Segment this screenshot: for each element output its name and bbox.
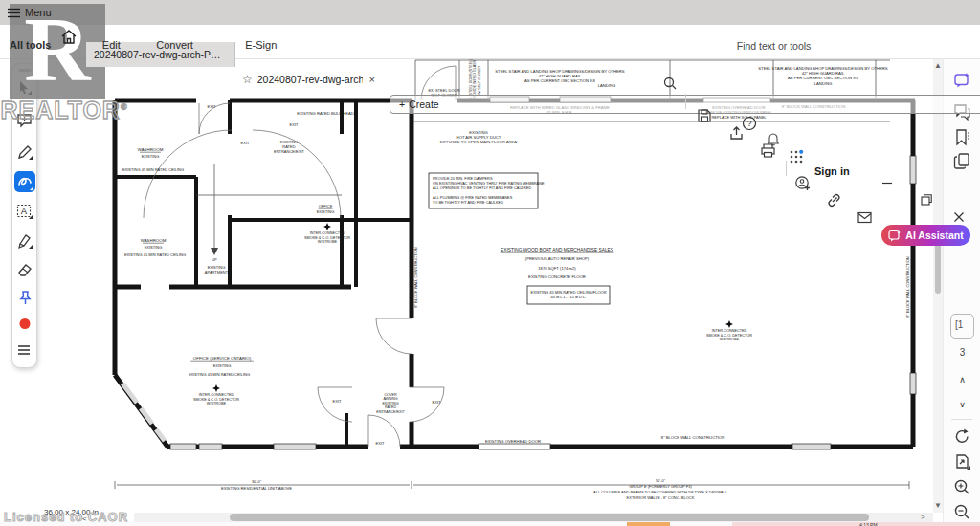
drawing-label: (PREVIOUS AUTO REPAIR SHOP) — [525, 256, 590, 261]
drawing-label: UP — [212, 257, 217, 262]
drawing-label: EXISTING 45 MIN RATED CEILING — [122, 167, 184, 172]
highlight-tool[interactable] — [16, 232, 33, 250]
palette-drag-handle[interactable] — [18, 69, 31, 72]
home-button[interactable] — [60, 29, 79, 46]
drawing-label: COVERAWNINGEXISTINGRATEDENTRANCE/EXIT — [376, 393, 405, 414]
page-size-label: 36.00 x 24.00 in — [44, 508, 99, 516]
next-page-icon[interactable]: ∨ — [944, 400, 980, 409]
pin-tool[interactable] — [16, 290, 33, 307]
drawing-label: EXISTING — [142, 154, 160, 159]
star-icon[interactable]: ☆ — [242, 73, 253, 86]
drawing-label: EXIT — [290, 122, 299, 127]
drawing-label: EXIT — [241, 141, 250, 145]
draw-tool[interactable] — [14, 171, 35, 192]
taskbar-sliver: 4:13 PM — [0, 522, 980, 526]
sign-in-button[interactable]: Sign in — [814, 165, 980, 177]
add-text-tool[interactable]: A — [16, 203, 33, 220]
app-grid-icon[interactable] — [789, 148, 805, 164]
scroll-right-icon[interactable]: > — [921, 513, 925, 521]
drawing-label: WASHROOM — [141, 238, 167, 243]
drawing-label: OFFICE (SERVICE ONTARIO) — [193, 356, 252, 361]
home-icon — [60, 29, 78, 45]
drawing-label: EXISTING OVERHEAD DOOR — [485, 439, 541, 444]
drawing-label: STEEL STAIR AND LANDING SHOP DRAWINGS/DE… — [758, 66, 888, 86]
document-canvas[interactable]: 110'-0" X 70'-0"STEEL STAIR AND LANDING … — [0, 59, 933, 513]
drawing-label: EXISTINGRATEDENTRANCE/EXIT — [274, 140, 305, 154]
drawing-label: EXISTING 45 MIN RATED CEILING/FLOOR40 lb… — [530, 290, 606, 299]
smoke-detector-symbol — [212, 384, 220, 392]
record-dot-tool[interactable] — [19, 318, 30, 329]
menu-convert[interactable]: Convert — [156, 39, 193, 51]
find-text-button[interactable]: Find text or tools — [737, 40, 812, 52]
menu-all-tools[interactable]: All tools — [10, 39, 51, 51]
more-menu-icon[interactable] — [16, 343, 33, 361]
ai-assistant-button[interactable]: AI Assistant — [881, 225, 970, 246]
drawing-label: EXISTING — [145, 245, 163, 250]
tab-document-2[interactable]: ☆ 20240807-rev-dwg-arch... × — [236, 67, 383, 92]
drawing-label: EXISTING CONCRETE FLOOR — [528, 274, 586, 279]
ai-sparkle-icon — [888, 230, 901, 242]
drawing-label: EXISTING RESIDENTIAL UNIT ABOVE — [221, 486, 292, 491]
page-number-box[interactable]: [1 — [950, 314, 974, 339]
smoke-detector-symbol — [323, 223, 331, 230]
drawing-label: EXISTING WOOD BOAT AND MERCHANDISE SALES — [501, 248, 613, 252]
drawing-label: GROUP E (FORMERLY GROUP F3) — [629, 484, 692, 489]
vertical-scrollbar[interactable]: ▲ ▼ — [933, 59, 943, 513]
titlebar: Menu 20240807-rev-dwg-arch-PRBD2... ☆ 20… — [0, 0, 980, 25]
horizontal-scrollbar[interactable]: > — [134, 513, 933, 522]
zoom-out-icon[interactable] — [953, 503, 971, 521]
restore-icon[interactable] — [919, 192, 936, 209]
menu-esign[interactable]: E-Sign — [245, 39, 277, 51]
drawing-label: 50'-0" — [656, 478, 666, 483]
drawing-label: EXISTING — [317, 209, 335, 214]
drawing-label: ALL COLUMNS AND BEAMS TO BE COVERED WITH… — [593, 490, 728, 494]
share-icon[interactable] — [728, 125, 746, 142]
print-icon[interactable] — [760, 142, 777, 160]
export-icon[interactable] — [953, 453, 971, 471]
floorplan-drawing: 110'-0" X 70'-0"STEEL STAIR AND LANDING … — [0, 59, 933, 513]
drawing-label: LANDING — [598, 83, 616, 88]
bookmarks-icon[interactable] — [953, 128, 971, 146]
ai-assistant-label: AI Assistant — [905, 230, 963, 241]
comment-tool[interactable] — [16, 112, 33, 129]
drawing-label: EXIT — [333, 399, 342, 404]
save-icon[interactable] — [697, 108, 714, 125]
taskbar-time: 4:13 PM — [859, 522, 878, 526]
drawing-label: INTER-CONNECTEDSMOKE & C.O. DETECTORW/ST… — [193, 393, 239, 405]
zoom-in-icon[interactable] — [953, 478, 971, 496]
pen-tool[interactable] — [16, 143, 33, 161]
scroll-down-icon[interactable]: ▼ — [933, 501, 943, 510]
palette-divider — [17, 252, 32, 252]
link-icon[interactable] — [826, 192, 843, 209]
email-icon[interactable] — [857, 209, 874, 227]
ai-assistant-icon[interactable] — [953, 72, 971, 90]
drawing-label: EXISTING 45 MIN RATED CEILING — [189, 372, 250, 377]
svg-text:?: ? — [747, 119, 752, 128]
smoke-detector-symbol — [725, 320, 733, 328]
menu-label: Menu — [25, 7, 52, 18]
horizontal-scroll-thumb[interactable] — [230, 514, 869, 521]
drawing-label: WASHROOM — [138, 147, 164, 152]
drawing-label: 30'-0" — [252, 479, 262, 484]
svg-text:A: A — [20, 206, 27, 216]
previous-page-icon[interactable]: ∧ — [944, 375, 980, 384]
drawing-label: EXIT — [433, 400, 441, 405]
menu-edit[interactable]: Edit — [102, 39, 121, 51]
request-sign-icon[interactable] — [794, 175, 812, 192]
drawing-label: STEEL STAIR AND LANDING SHOP DRAWINGS/DE… — [495, 69, 625, 83]
rotate-icon[interactable] — [953, 427, 971, 446]
rail-divider — [951, 419, 972, 420]
taskbar-tray — [732, 522, 980, 526]
drawing-label: 8" BLOCK WALL CONSTRUCTION — [905, 256, 910, 317]
scroll-up-icon[interactable]: ▲ — [933, 61, 943, 70]
drawing-label: EXISTINGAPARTMENT — [205, 265, 229, 274]
hamburger-icon — [8, 8, 20, 18]
drawing-label: INTER-CONNECTEDSMOKE & C.O. DETECTORW/ST… — [706, 329, 752, 341]
menu-button[interactable]: Menu — [8, 0, 980, 25]
erase-tool[interactable] — [16, 261, 33, 278]
minimize-icon[interactable] — [880, 175, 897, 192]
select-tool[interactable] — [16, 79, 33, 97]
close-tab-icon[interactable]: × — [368, 74, 377, 85]
search-icon[interactable] — [662, 76, 679, 93]
drawing-label: EXISTINGHOT AIR SUPPLY DUCTDIFFUSED TO O… — [440, 130, 518, 144]
